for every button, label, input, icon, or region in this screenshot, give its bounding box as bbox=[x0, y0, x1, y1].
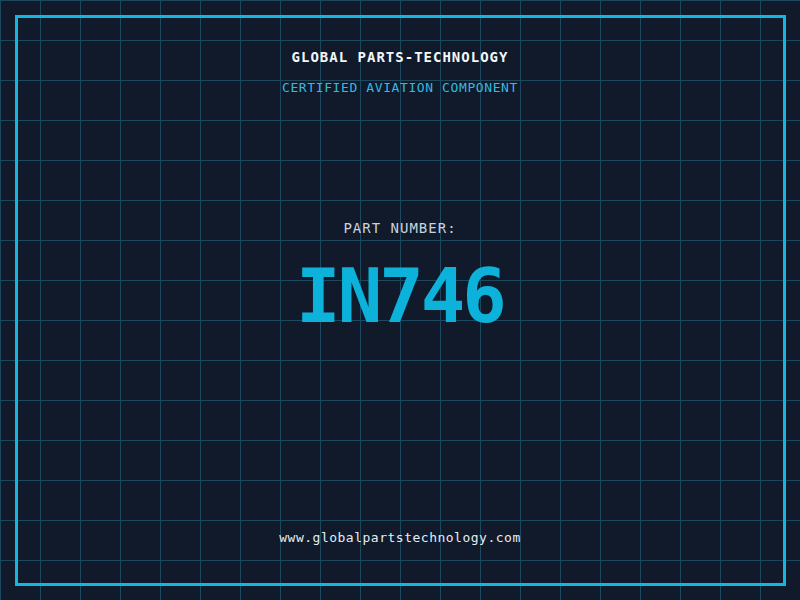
part-number-value: IN746 bbox=[0, 259, 800, 333]
website-url: www.globalpartstechnology.com bbox=[0, 530, 800, 545]
blueprint-canvas: GLOBAL PARTS-TECHNOLOGY CERTIFIED AVIATI… bbox=[0, 0, 800, 600]
part-number-label: PART NUMBER: bbox=[0, 220, 800, 236]
company-name: GLOBAL PARTS-TECHNOLOGY bbox=[0, 49, 800, 65]
certification-subtitle: CERTIFIED AVIATION COMPONENT bbox=[0, 80, 800, 95]
